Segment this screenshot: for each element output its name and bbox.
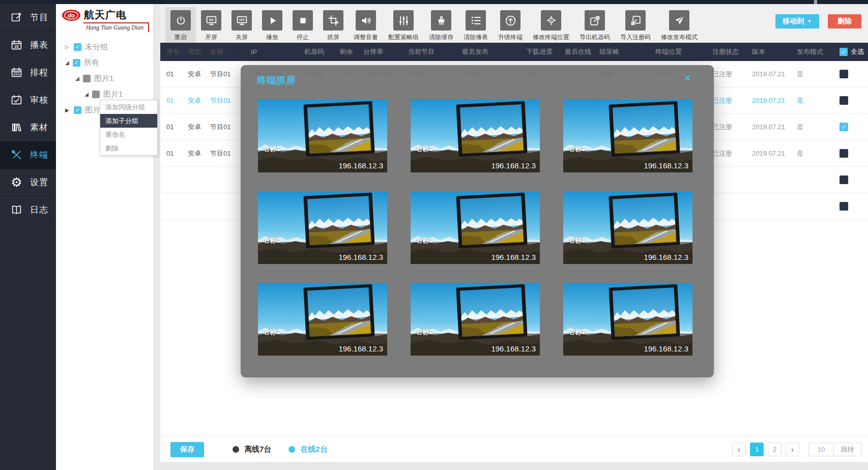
toolbar-play-button[interactable]: 播放 (257, 7, 287, 44)
move-to-button[interactable]: 移动到 ▼ (775, 14, 819, 28)
power-icon (175, 14, 187, 27)
table-cell: 安卓 (188, 123, 210, 132)
col-header-remaining: 剩余 (340, 47, 363, 56)
page-button-1[interactable]: 1 (750, 443, 764, 456)
sidebar-item-label: 设置 (30, 177, 48, 188)
sidebar-item-playlists[interactable]: 23 播表 (0, 32, 56, 59)
online-status: 在线2台 (288, 445, 327, 454)
terminal-screenshot-tile[interactable]: 名称1196.168.12.3 (258, 191, 387, 264)
tree-expanded-icon[interactable] (84, 93, 89, 97)
terminal-name-label: 名称1 (568, 328, 585, 337)
close-icon[interactable]: × (684, 71, 691, 84)
terminal-ip-label: 196.168.12.3 (491, 253, 536, 261)
row-checkbox[interactable] (840, 149, 848, 158)
context-menu-rename[interactable]: 重命名 (100, 128, 157, 141)
context-menu-delete[interactable]: 删除 (100, 141, 157, 155)
table-cell: 安卓 (188, 96, 210, 105)
tree-checkbox[interactable] (83, 75, 91, 82)
toolbar-screen-off-button[interactable]: OFF 关屏 (226, 7, 257, 44)
tree-expanded-icon[interactable] (65, 61, 69, 65)
toolbar-volume-button[interactable]: 调整音量 (349, 7, 383, 44)
sidebar: 节目 23 播表 排程 审核 素材 终端 ⚙ 设置 日志 (0, 4, 56, 470)
offline-label: 离线7台 (244, 445, 271, 454)
footer-bar: 保存 离线7台 在线2台 ‹ 1 2 › 10 跳转 (160, 436, 868, 462)
col-header-ip: IP (251, 48, 304, 56)
terminal-screenshot-tile[interactable]: 名称1196.168.12.3 (258, 100, 387, 172)
screen-off-icon: OFF (236, 14, 248, 27)
toolbar-upgrade-terminal-button[interactable]: 升级终端 (493, 7, 528, 44)
row-checkbox[interactable]: ✓ (840, 123, 848, 131)
toolbar-restart-button[interactable]: 重启 (165, 7, 196, 44)
sidebar-item-logs[interactable]: 日志 (0, 196, 56, 224)
terminal-screenshot-tile[interactable]: 名称1196.168.12.3 (411, 191, 540, 264)
tree-item-all[interactable]: ✓ 所有 (56, 55, 153, 71)
sidebar-item-programs[interactable]: 节目 (0, 4, 56, 32)
sidebar-item-terminals[interactable]: 终端 (0, 141, 56, 169)
col-header-resolution: 分辨率 (363, 47, 408, 56)
tree-item-group[interactable]: 图片1 (56, 71, 153, 86)
tree-checkbox[interactable]: ✓ (73, 59, 80, 67)
toolbar-policy-group-button[interactable]: 配置策略组 (383, 7, 424, 44)
row-checkbox[interactable] (840, 202, 848, 211)
row-checkbox[interactable] (840, 96, 848, 105)
terminal-screenshot-tile[interactable]: 名称1196.168.12.3 (563, 100, 692, 172)
terminal-toolbar: 重启 NO 开屏 OFF 关屏 播放 停止 抓屏 调整音量 配置策略组 (160, 4, 868, 43)
offline-status: 离线7台 (233, 445, 271, 454)
tree-item-ungrouped[interactable]: ▷ ✓ 未分组 (56, 39, 153, 55)
next-page-button[interactable]: › (786, 443, 799, 456)
review-check-icon (10, 94, 23, 106)
page-button-2[interactable]: 2 (768, 443, 782, 456)
tree-checkbox[interactable] (92, 91, 100, 98)
prev-page-button[interactable]: ‹ (732, 443, 746, 456)
sidebar-item-review[interactable]: 审核 (0, 86, 56, 114)
toolbar-import-register-code-button[interactable]: 导入注册码 (615, 7, 656, 44)
sidebar-item-materials[interactable]: 素材 (0, 114, 56, 141)
terminal-screenshot-tile[interactable]: 名称1196.168.12.3 (411, 283, 540, 356)
tree-item-label: 未分组 (85, 42, 108, 52)
toolbar-edit-publish-mode-button[interactable]: 修改发布模式 (656, 7, 703, 44)
row-checkbox[interactable] (840, 175, 848, 184)
brand-logo: do 航天广电 Hang Tian Guang Dian (56, 4, 153, 34)
row-checkbox[interactable] (840, 70, 848, 78)
terminal-ip-label: 196.168.12.3 (338, 344, 383, 353)
terminal-tools-icon (10, 149, 23, 161)
svg-text:OFF: OFF (239, 18, 245, 21)
tree-collapsed-hollow-icon[interactable]: ▷ (65, 44, 70, 50)
terminal-screenshot-tile[interactable]: 名称1196.168.12.3 (563, 191, 692, 264)
table-cell: 是 (797, 149, 840, 158)
tree-expanded-icon[interactable] (75, 77, 79, 81)
page-jump-value[interactable]: 10 (809, 446, 833, 453)
table-cell: 2019.07.21 (752, 150, 797, 157)
sidebar-item-settings[interactable]: ⚙ 设置 (0, 169, 56, 196)
toolbar-clear-playlist-button[interactable]: 清除播表 (458, 7, 493, 44)
sidebar-item-schedule[interactable]: 排程 (0, 59, 56, 86)
page-jump-button[interactable]: 跳转 (833, 443, 861, 456)
context-menu-add-child-group[interactable]: 添加子分组 (100, 114, 157, 128)
terminal-screenshot-tile[interactable]: 名称1196.168.12.3 (563, 283, 692, 356)
toolbar-export-machine-code-button[interactable]: 导出机器码 (574, 7, 615, 44)
context-menu-add-sibling-group[interactable]: 添加同级分组 (100, 100, 157, 114)
schedule-calendar-icon (10, 66, 23, 79)
toolbar-capture-button[interactable]: 抓屏 (318, 7, 349, 44)
terminal-name-label: 名称1 (568, 236, 585, 245)
sidebar-item-label: 终端 (30, 149, 48, 161)
tree-collapsed-icon[interactable]: ▶ (65, 107, 70, 113)
toolbar-edit-location-button[interactable]: 修改终端位置 (528, 7, 574, 44)
tree-checkbox[interactable]: ✓ (74, 43, 81, 51)
terminal-screenshot-tile[interactable]: 名称1196.168.12.3 (258, 283, 387, 356)
save-button[interactable]: 保存 (170, 442, 204, 457)
import-icon (629, 14, 642, 27)
table-cell: 01 (166, 97, 188, 104)
delete-button[interactable]: 删除 (828, 14, 861, 28)
terminal-ip-label: 196.168.12.3 (491, 344, 536, 353)
sidebar-item-label: 素材 (30, 122, 48, 133)
svg-text:23: 23 (14, 44, 18, 49)
terminal-screenshot-tile[interactable]: 名称1196.168.12.3 (411, 100, 540, 172)
col-header-name: 名称 (210, 47, 251, 56)
toolbar-clear-cache-button[interactable]: 清除缓存 (424, 7, 458, 44)
select-all-checkbox[interactable]: ✓ (840, 48, 848, 56)
toolbar-screen-on-button[interactable]: NO 开屏 (196, 7, 226, 44)
terminal-name-label: 名称1 (263, 144, 280, 154)
tree-checkbox[interactable]: ✓ (74, 106, 81, 114)
toolbar-stop-button[interactable]: 停止 (287, 7, 318, 44)
